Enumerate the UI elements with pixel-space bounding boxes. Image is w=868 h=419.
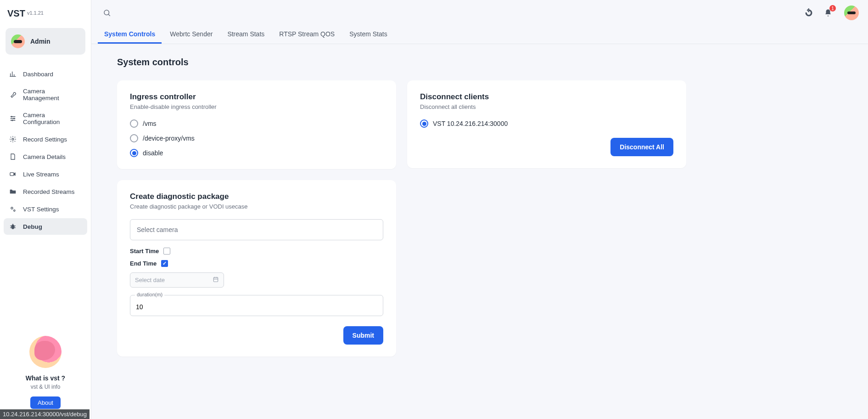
status-url: 10.24.216.214:30000/vst/debug	[0, 409, 90, 419]
topbar: 1	[91, 0, 868, 20]
user-card[interactable]: Admin	[6, 28, 85, 55]
chart-icon	[9, 70, 17, 78]
sidebar-item-record-settings[interactable]: Record Settings	[4, 131, 87, 147]
user-name: Admin	[30, 38, 50, 45]
nav: Dashboard Camera Management Camera Confi…	[4, 66, 87, 235]
ingress-sub: Enable-disable ingress controller	[130, 103, 383, 110]
duration-input[interactable]	[136, 303, 377, 311]
card-disconnect: Disconnect clients Disconnect all client…	[407, 80, 686, 168]
brand: VST v1.1.21	[4, 6, 87, 25]
top-avatar[interactable]	[844, 6, 859, 20]
radio-icon[interactable]	[130, 149, 138, 157]
sidebar-item-camera-configuration[interactable]: Camera Configuration	[4, 107, 87, 130]
card-diagnostic: Create diagnostic package Create diagnos…	[117, 180, 396, 357]
sidebar: VST v1.1.21 Admin Dashboard Camera Manag…	[0, 0, 91, 419]
sidebar-item-label: Live Streams	[23, 171, 59, 178]
disconnect-all-button[interactable]: Disconnect All	[610, 138, 673, 156]
svg-point-1	[13, 118, 15, 119]
radio-label: /vms	[143, 120, 157, 127]
sidebar-item-label: Debug	[23, 223, 42, 230]
disconnect-sub: Disconnect all clients	[420, 103, 673, 110]
about-button[interactable]: About	[30, 396, 61, 409]
diag-sub: Create diagnostic package or VODI usecas…	[130, 203, 383, 210]
document-icon	[9, 153, 17, 160]
end-time-checkbox[interactable]	[161, 260, 168, 267]
ingress-option-disable[interactable]: disable	[130, 149, 383, 157]
radio-icon[interactable]	[130, 134, 138, 142]
ingress-option-device-proxy[interactable]: /device-proxy/vms	[130, 134, 383, 142]
calendar-icon	[213, 276, 219, 284]
cogs-icon	[9, 205, 17, 213]
radio-label: /device-proxy/vms	[143, 135, 195, 142]
select-camera[interactable]: Select camera	[130, 219, 383, 240]
diag-title: Create diagnostic package	[130, 192, 383, 201]
svg-point-7	[11, 225, 15, 229]
disconnect-title: Disconnect clients	[420, 92, 673, 102]
gear-icon	[9, 136, 17, 143]
start-time-row: Start Time	[130, 248, 383, 255]
search-icon[interactable]	[101, 6, 113, 19]
sidebar-item-camera-management[interactable]: Camera Management	[4, 83, 87, 106]
tabs: System Controls Webrtc Sender Stream Sta…	[91, 22, 868, 44]
radio-icon[interactable]	[130, 119, 138, 128]
footer-sub: vst & UI info	[7, 384, 84, 390]
brand-version: v1.1.21	[27, 10, 44, 16]
tab-stream-stats[interactable]: Stream Stats	[221, 26, 271, 44]
folder-icon	[9, 188, 17, 195]
sidebar-item-label: VST Settings	[23, 206, 59, 213]
svg-point-6	[14, 210, 15, 211]
sync-icon[interactable]	[802, 6, 816, 20]
tab-rtsp-stream-qos[interactable]: RTSP Stream QOS	[273, 26, 341, 44]
sidebar-item-live-streams[interactable]: Live Streams	[4, 166, 87, 182]
footer-title: What is vst ?	[7, 374, 84, 382]
svg-rect-9	[213, 277, 218, 282]
bug-icon	[9, 223, 17, 230]
wrench-icon	[9, 91, 17, 98]
svg-point-3	[12, 138, 14, 140]
sidebar-item-label: Recorded Streams	[23, 188, 75, 195]
sidebar-footer: What is vst ? vst & UI info About	[4, 336, 87, 413]
sidebar-item-label: Camera Management	[23, 88, 82, 102]
svg-point-8	[104, 10, 109, 15]
start-time-label: Start Time	[130, 248, 159, 255]
duration-label: duration(m)	[135, 292, 164, 297]
date-placeholder: Select date	[135, 277, 165, 283]
content: System controls Ingress controller Enabl…	[91, 44, 868, 375]
sidebar-item-recorded-streams[interactable]: Recorded Streams	[4, 183, 87, 200]
svg-rect-4	[10, 173, 14, 176]
disconnect-option[interactable]: VST 10.24.216.214:30000	[420, 119, 673, 128]
avatar-icon	[11, 34, 25, 48]
sidebar-item-label: Record Settings	[23, 136, 67, 143]
sliders-icon	[9, 115, 17, 122]
submit-button[interactable]: Submit	[343, 326, 383, 345]
tab-system-stats[interactable]: System Stats	[343, 26, 393, 44]
sidebar-item-debug[interactable]: Debug	[4, 218, 87, 235]
sidebar-item-dashboard[interactable]: Dashboard	[4, 66, 87, 82]
tab-system-controls[interactable]: System Controls	[98, 26, 162, 44]
sidebar-item-label: Camera Details	[23, 153, 66, 160]
notification-badge: 1	[829, 5, 836, 11]
ingress-title: Ingress controller	[130, 92, 383, 102]
sidebar-item-label: Camera Configuration	[23, 112, 82, 125]
svg-point-5	[11, 207, 13, 209]
sidebar-item-camera-details[interactable]: Camera Details	[4, 148, 87, 165]
tab-webrtc-sender[interactable]: Webrtc Sender	[163, 26, 219, 44]
section-title: System controls	[117, 57, 850, 68]
sidebar-item-vst-settings[interactable]: VST Settings	[4, 201, 87, 217]
main: 1 System Controls Webrtc Sender Stream S…	[91, 0, 868, 419]
brand-name: VST	[7, 8, 25, 19]
ingress-radio-group: /vms /device-proxy/vms disable	[130, 119, 383, 157]
bell-icon[interactable]: 1	[821, 6, 835, 20]
date-input[interactable]: Select date	[130, 272, 224, 288]
sidebar-item-label: Dashboard	[23, 71, 53, 78]
svg-point-0	[11, 116, 12, 118]
radio-label: disable	[143, 149, 163, 157]
duration-input-wrap[interactable]: duration(m)	[130, 295, 383, 316]
ingress-option-vms[interactable]: /vms	[130, 119, 383, 128]
end-time-label: End Time	[130, 260, 157, 267]
svg-point-2	[11, 120, 13, 121]
radio-icon[interactable]	[420, 119, 428, 128]
start-time-checkbox[interactable]	[163, 248, 170, 255]
video-icon	[9, 170, 17, 178]
radio-label: VST 10.24.216.214:30000	[433, 120, 508, 127]
